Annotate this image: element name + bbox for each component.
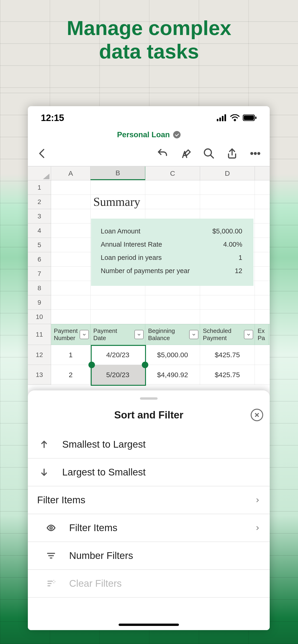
panel-grabber[interactable] — [140, 397, 158, 400]
row-header[interactable]: 9 — [28, 295, 51, 310]
cell-scheduled-payment[interactable]: $425.75 — [200, 365, 255, 384]
document-title[interactable]: Personal Loan — [117, 130, 170, 139]
summary-heading[interactable]: Summary — [91, 195, 145, 209]
arrow-down-icon — [37, 468, 51, 477]
cell-payment-number[interactable]: 1 — [51, 345, 91, 365]
phone-frame: 12:15 Personal Loan — [28, 106, 270, 630]
cell-payment-number[interactable]: 2 — [51, 365, 91, 384]
cell-payment-date[interactable]: 4/20/23 — [91, 345, 145, 365]
summary-value: 1 — [239, 254, 242, 262]
svg-rect-1 — [219, 118, 221, 121]
cell-beginning-balance[interactable]: $4,490.92 — [145, 365, 200, 384]
svg-line-8 — [210, 155, 213, 158]
summary-label: Number of payments per year — [101, 267, 190, 275]
table-header-extra-payment[interactable]: Ex Pa — [255, 324, 269, 345]
clear-filters: Clear Filters — [28, 570, 270, 598]
row-header[interactable]: 1 — [28, 180, 51, 195]
table-row[interactable]: 1 4/20/23 $5,000.00 $425.75 — [51, 345, 270, 365]
cellular-icon — [217, 114, 227, 121]
share-button[interactable] — [226, 148, 238, 160]
column-header-d[interactable]: D — [200, 166, 255, 180]
status-bar: 12:15 — [28, 106, 270, 128]
row-header[interactable]: 11 — [28, 324, 51, 345]
table-row[interactable]: 2 5/20/23 $4,490.92 $425.75 — [51, 365, 270, 385]
svg-point-9 — [251, 152, 253, 154]
table-header-scheduled-payment[interactable]: Scheduled Payment — [200, 324, 255, 345]
filter-dropdown[interactable] — [134, 330, 144, 339]
promo-headline-line2: data tasks — [0, 40, 298, 63]
column-headers: A B C D — [51, 166, 270, 180]
panel-menu: Smallest to Largest Largest to Smallest … — [28, 431, 270, 598]
row-header[interactable]: 4 — [28, 224, 51, 238]
toolbar — [28, 141, 270, 166]
svg-rect-6 — [255, 116, 256, 119]
document-title-row: Personal Loan — [28, 128, 270, 141]
filter-dropdown[interactable] — [80, 330, 89, 339]
sort-descending[interactable]: Largest to Smallest — [28, 458, 270, 486]
summary-value: 12 — [235, 267, 242, 275]
row-headers: 1 2 3 4 5 6 7 8 9 10 11 12 13 — [28, 180, 51, 385]
cell-payment-date[interactable]: 5/20/23 — [91, 365, 145, 384]
row-header[interactable]: 3 — [28, 209, 51, 224]
promo-headline: Manage complex data tasks — [0, 16, 298, 63]
panel-title: Sort and Filter — [114, 409, 183, 421]
row-header[interactable]: 10 — [28, 310, 51, 324]
number-filters[interactable]: Number Filters — [28, 542, 270, 570]
table-header-payment-date[interactable]: Payment Date — [91, 324, 145, 345]
filter-dropdown[interactable] — [244, 330, 253, 339]
row-header[interactable]: 6 — [28, 252, 51, 266]
wifi-icon — [230, 114, 239, 121]
sync-status-icon[interactable] — [173, 131, 181, 138]
svg-point-10 — [254, 152, 256, 154]
column-header-b[interactable]: B — [91, 166, 145, 180]
row-header[interactable]: 8 — [28, 281, 51, 295]
column-header-c[interactable]: C — [145, 166, 200, 180]
cell-scheduled-payment[interactable]: $425.75 — [200, 345, 255, 365]
undo-button[interactable] — [156, 148, 168, 160]
close-button[interactable] — [251, 409, 263, 421]
svg-rect-3 — [224, 114, 226, 121]
row-header[interactable]: 2 — [28, 195, 51, 209]
row-header[interactable]: 5 — [28, 238, 51, 252]
svg-point-17 — [50, 527, 52, 529]
summary-value: $5,000.00 — [212, 228, 242, 235]
spreadsheet[interactable]: A B C D 1 2 3 4 5 6 7 8 9 10 11 12 13 Su… — [28, 166, 270, 389]
svg-point-11 — [258, 152, 260, 154]
status-icons — [217, 114, 257, 121]
column-header-a[interactable]: A — [51, 166, 91, 180]
home-indicator[interactable] — [119, 624, 179, 626]
filter-items[interactable]: Filter Items — [28, 514, 270, 542]
row-header[interactable]: 13 — [28, 365, 51, 385]
svg-rect-5 — [244, 116, 254, 120]
arrow-up-icon — [37, 440, 51, 449]
table-header-beginning-balance[interactable]: Beginning Balance — [145, 324, 200, 345]
filter-lines-icon — [44, 551, 58, 560]
filter-dropdown[interactable] — [189, 330, 198, 339]
row-header[interactable]: 12 — [28, 345, 51, 365]
chevron-right-icon — [254, 494, 260, 506]
svg-rect-0 — [217, 119, 218, 121]
summary-block[interactable]: Loan Amount$5,000.00 Annual Interest Rat… — [91, 218, 253, 286]
svg-marker-12 — [43, 174, 50, 179]
select-all-corner[interactable] — [28, 166, 51, 180]
format-button[interactable] — [180, 148, 192, 160]
clear-filter-icon — [44, 579, 58, 588]
more-button[interactable] — [249, 148, 261, 160]
chevron-right-icon — [254, 522, 260, 534]
table-header-row: Payment Number Payment Date Beginning Ba… — [51, 324, 270, 345]
summary-label: Loan Amount — [101, 228, 140, 235]
summary-label: Loan period in years — [101, 254, 162, 262]
sort-ascending[interactable]: Smallest to Largest — [28, 431, 270, 458]
search-button[interactable] — [203, 148, 215, 160]
filter-items-section[interactable]: Filter Items — [28, 486, 270, 514]
row-header[interactable]: 7 — [28, 266, 51, 281]
sort-filter-panel: Sort and Filter Smallest to Largest Larg… — [28, 390, 270, 630]
battery-icon — [243, 114, 257, 121]
table-header-payment-number[interactable]: Payment Number — [51, 324, 91, 345]
cell-beginning-balance[interactable]: $5,000.00 — [145, 345, 200, 365]
back-button[interactable] — [36, 148, 48, 160]
svg-rect-2 — [222, 116, 223, 121]
status-time: 12:15 — [41, 113, 64, 123]
eye-icon — [44, 523, 58, 532]
summary-label: Annual Interest Rate — [101, 241, 162, 248]
